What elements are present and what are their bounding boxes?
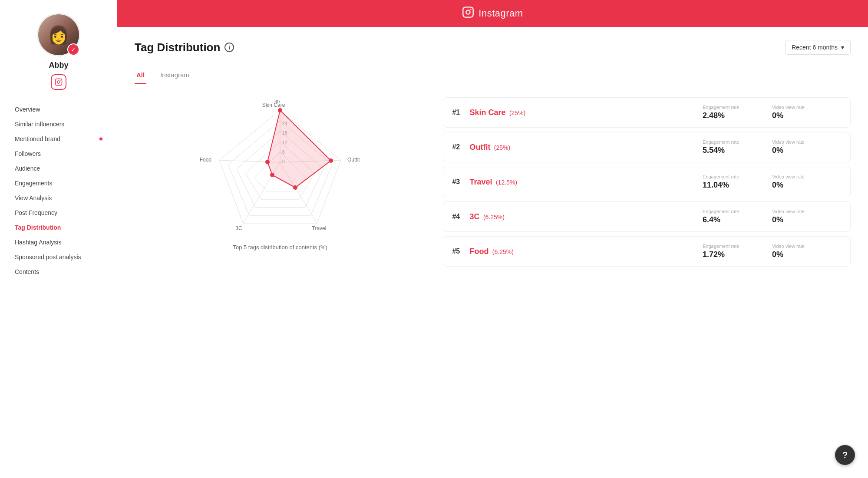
tag-rank: #3: [452, 178, 469, 186]
engagement-rate-block: Engagement rate 5.54%: [703, 139, 772, 155]
tabs: AllInstagram: [135, 67, 851, 84]
engagement-rate-value: 11.04%: [703, 181, 772, 190]
tab-instagram[interactable]: Instagram: [158, 67, 191, 84]
tag-pct: (25%): [509, 109, 525, 116]
sidebar-item-mentioned-brand[interactable]: Mentioned brand: [9, 132, 109, 146]
tag-name-wrap: Travel (12.5%): [469, 178, 703, 187]
engagement-rate-label: Engagement rate: [703, 105, 772, 110]
svg-point-25: [270, 173, 274, 177]
instagram-profile-icon[interactable]: [51, 74, 66, 90]
video-view-rate-label: Video view rate: [772, 174, 842, 179]
tag-pct: (12.5%): [496, 179, 517, 186]
svg-text:Skin Care: Skin Care: [262, 102, 285, 108]
sidebar-item-post-frequency[interactable]: Post Frequency: [9, 205, 109, 220]
video-view-rate-label: Video view rate: [772, 105, 842, 110]
engagement-rate-value: 6.4%: [703, 215, 772, 224]
svg-point-4: [466, 10, 470, 14]
page-title-text: Tag Distribution: [135, 41, 220, 54]
svg-rect-0: [56, 79, 62, 86]
svg-point-22: [278, 108, 282, 112]
content-area: Tag Distribution i Recent 6 months ▾ All…: [117, 27, 868, 478]
tag-rank: #4: [452, 213, 469, 221]
tag-card-2: #2 Outfit (25%) Engagement rate 5.54% Vi…: [443, 132, 851, 162]
engagement-rate-label: Engagement rate: [703, 174, 772, 179]
nav-menu: OverviewSimilar influencersMentioned bra…: [0, 102, 117, 279]
svg-text:3C: 3C: [236, 225, 243, 231]
tab-all[interactable]: All: [135, 67, 146, 84]
svg-text:Food: Food: [200, 157, 211, 163]
video-view-rate-block: Video view rate 0%: [772, 244, 842, 259]
video-view-rate-value: 0%: [772, 215, 842, 224]
tag-card-3: #3 Travel (12.5%) Engagement rate 11.04%…: [443, 167, 851, 197]
tag-name-wrap: Outfit (25%): [469, 143, 703, 152]
video-view-rate-label: Video view rate: [772, 209, 842, 214]
svg-point-26: [265, 160, 270, 164]
svg-marker-21: [267, 110, 331, 188]
video-view-rate-value: 0%: [772, 111, 842, 120]
video-view-rate-label: Video view rate: [772, 139, 842, 145]
tag-name-wrap: Food (6.25%): [469, 247, 703, 256]
tag-name-wrap: Skin Care (25%): [469, 108, 703, 117]
tag-name-wrap: 3C (6.25%): [469, 212, 703, 221]
main-panel: Instagram Tag Distribution i Recent 6 mo…: [117, 0, 868, 478]
video-view-rate-value: 0%: [772, 181, 842, 190]
sidebar-item-tag-distribution[interactable]: Tag Distribution: [9, 220, 109, 235]
page-header: Tag Distribution i Recent 6 months ▾: [135, 40, 851, 55]
topbar-label: Instagram: [479, 8, 523, 19]
svg-point-5: [470, 9, 472, 10]
topbar: Instagram: [117, 0, 868, 27]
period-select[interactable]: Recent 6 months ▾: [785, 40, 851, 55]
period-label: Recent 6 months: [792, 44, 838, 51]
tag-rank: #5: [452, 247, 469, 255]
engagement-rate-value: 5.54%: [703, 146, 772, 155]
chevron-down-icon: ▾: [841, 44, 844, 51]
tag-card-4: #4 3C (6.25%) Engagement rate 6.4% Video…: [443, 201, 851, 232]
notification-dot: [99, 138, 102, 141]
topbar-instagram-icon: [462, 6, 474, 21]
sidebar-item-contents[interactable]: Contents: [9, 264, 109, 279]
engagement-rate-block: Engagement rate 11.04%: [703, 174, 772, 190]
tag-card-1: #1 Skin Care (25%) Engagement rate 2.48%…: [443, 97, 851, 128]
tag-list: #1 Skin Care (25%) Engagement rate 2.48%…: [443, 97, 851, 271]
user-name: Abby: [49, 61, 69, 70]
verified-badge: ✓: [67, 43, 79, 56]
sidebar-item-view-analysis[interactable]: View Analysis: [9, 191, 109, 205]
sidebar-item-followers[interactable]: Followers: [9, 146, 109, 161]
engagement-rate-block: Engagement rate 2.48%: [703, 105, 772, 120]
avatar-wrap: 👩 ✓: [37, 13, 80, 56]
tag-rank: #2: [452, 143, 469, 151]
tag-name: Food: [469, 247, 488, 256]
svg-text:Outfit: Outfit: [347, 157, 360, 163]
svg-text:Travel: Travel: [312, 225, 327, 231]
sidebar-item-engagements[interactable]: Engagements: [9, 176, 109, 191]
help-button[interactable]: ?: [835, 445, 855, 465]
video-view-rate-value: 0%: [772, 250, 842, 259]
tag-name: Travel: [469, 178, 492, 186]
chart-subtitle: Top 5 tags distribution of contents (%): [233, 244, 327, 251]
sidebar: 👩 ✓ Abby OverviewSimilar influencersMent…: [0, 0, 117, 478]
sidebar-item-overview[interactable]: Overview: [9, 102, 109, 117]
sidebar-item-sponsored-post[interactable]: Sponsored post analysis: [9, 250, 109, 264]
page-title-wrap: Tag Distribution i: [135, 41, 234, 54]
info-icon[interactable]: i: [224, 43, 234, 52]
sidebar-item-hashtag-analysis[interactable]: Hashtag Analysis: [9, 235, 109, 250]
svg-point-2: [60, 80, 61, 81]
tag-rank: #1: [452, 109, 469, 116]
engagement-rate-label: Engagement rate: [703, 209, 772, 214]
engagement-rate-label: Engagement rate: [703, 139, 772, 145]
engagement-rate-block: Engagement rate 1.72%: [703, 244, 772, 259]
sidebar-item-audience[interactable]: Audience: [9, 161, 109, 176]
tag-card-5: #5 Food (6.25%) Engagement rate 1.72% Vi…: [443, 236, 851, 267]
svg-point-24: [293, 185, 297, 190]
svg-text:30: 30: [274, 99, 280, 104]
video-view-rate-block: Video view rate 0%: [772, 209, 842, 224]
radar-chart: 0 6 12 18 24: [198, 97, 363, 236]
tag-pct: (25%): [494, 144, 510, 151]
video-view-rate-value: 0%: [772, 146, 842, 155]
tag-name: 3C: [469, 212, 479, 221]
sidebar-item-similar-influencers[interactable]: Similar influencers: [9, 117, 109, 132]
engagement-rate-block: Engagement rate 6.4%: [703, 209, 772, 224]
chart-area: 0 6 12 18 24: [135, 97, 426, 251]
svg-rect-3: [463, 7, 473, 17]
video-view-rate-block: Video view rate 0%: [772, 105, 842, 120]
